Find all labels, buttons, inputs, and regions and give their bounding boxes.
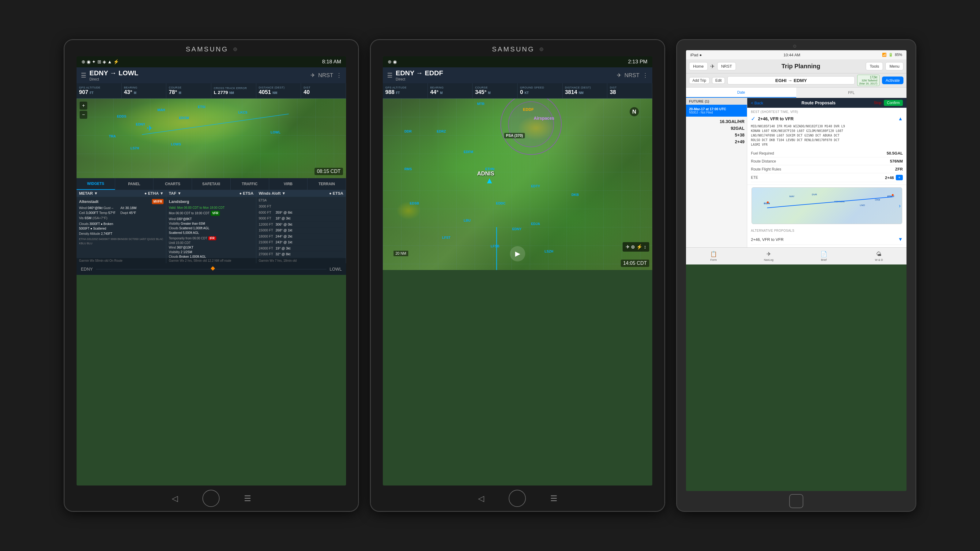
route-option-label[interactable]: 2+46, VFR to VFR: [758, 116, 794, 121]
recent-button[interactable]: ☰: [244, 494, 251, 503]
home-button[interactable]: [202, 490, 220, 507]
tailwind-badge: 172kt 32kt Tailwind (Mar 20, 2017): [857, 75, 880, 86]
ete-label: ETE: [751, 175, 885, 180]
nrst-button-2[interactable]: NRST: [624, 72, 640, 79]
winds-table: 3000 FT 6000 FT 359° @ 6kt 9000 FT 18° @…: [259, 203, 343, 258]
ipad-brand: [677, 40, 916, 50]
route-display: EGHI → EDMY: [727, 76, 854, 84]
mini-dot-end: [892, 194, 894, 196]
airport-ddr: DDR: [404, 130, 412, 133]
camera-dot: [233, 48, 237, 51]
stop-btn[interactable]: Stop: [874, 101, 881, 105]
bottom-panel-1: METAR ▼ ● ETHA ▼ Altenstadt MVFR Wind 04…: [76, 190, 346, 263]
confirm-btn[interactable]: Confirm: [884, 100, 903, 106]
tab-traffic[interactable]: TRAFFIC: [231, 178, 269, 190]
plane-icon-ipad: ✈: [710, 63, 715, 70]
map-area-1[interactable]: EDDS ETSI EDNY LKCS LOWL LOWS EDCM MAH T…: [76, 98, 346, 178]
home-nav-btn[interactable]: Home: [689, 62, 708, 70]
menu-icon[interactable]: ☰: [81, 71, 86, 79]
map-controls[interactable]: + −: [80, 102, 87, 119]
metar-station: ● ETHA ▼: [144, 191, 164, 195]
rp-nav-bar: < Back Route Proposals Stop Confirm: [747, 98, 907, 108]
ipad-screen: iPad ● 10:44 AM 📶 🔋 85% Home ✈ NRST Trip…: [686, 50, 907, 491]
map-time-2: 14:05 CDT: [621, 260, 649, 267]
airport-edty: EDTY: [531, 184, 540, 188]
ipad-bottom-toolbar: 📋 Form ✈ NavLog 📄 Brief 🌤 W & D: [686, 247, 907, 265]
back-button-2[interactable]: ◁: [478, 494, 484, 503]
tablet2-bottom: ◁ ☰: [371, 486, 665, 511]
nav-route-2: EDNY → EDDF: [396, 69, 614, 77]
toolbar-brief[interactable]: 📄 Brief: [796, 248, 851, 265]
add-trip-btn[interactable]: Add Trip: [689, 77, 710, 84]
ifr-badge: IFR: [208, 236, 216, 240]
play-button[interactable]: ▶: [510, 246, 525, 261]
more-icon-2[interactable]: ⋮: [643, 72, 648, 79]
map-grid: [76, 98, 346, 178]
alt-item-1[interactable]: 2+46, VFR to VFR ▼: [751, 234, 903, 245]
nav-route-container: EDNY → LOWL Direct: [89, 69, 307, 81]
tools-nav-btn[interactable]: Tools: [866, 62, 883, 70]
airport-eddc: EDDC: [496, 202, 506, 205]
tab-widgets[interactable]: WIDGETS: [76, 178, 115, 190]
aircraft-icon: ✈: [147, 124, 153, 133]
tablet1-nav: ☰ EDNY → LOWL Direct ✈ NRST ⋮: [76, 67, 346, 83]
toolbar-navlog[interactable]: ✈ NavLog: [741, 248, 796, 265]
add-ete-btn[interactable]: +: [896, 175, 903, 180]
brief-icon: 📄: [821, 251, 827, 257]
winds-footer: Garmin Wx 7 hrs, 18min old: [256, 258, 346, 263]
edit-btn[interactable]: Edit: [712, 77, 725, 84]
tab-terrain[interactable]: TERRAIN: [307, 178, 346, 190]
route-proposals-main: < Back Route Proposals Stop Confirm BEST…: [747, 98, 907, 247]
home-button-2[interactable]: [509, 490, 526, 507]
tab-panel[interactable]: PANEL: [115, 178, 154, 190]
map-area-2[interactable]: EDDF MTR DDR EDRZ EDFM ETHN EDTY DKB EDD…: [383, 98, 652, 270]
zoom-out-icon[interactable]: −: [80, 111, 87, 119]
airport-eddf: EDDF: [523, 107, 534, 112]
rules-value: ZFR: [895, 167, 903, 171]
recent-button-2[interactable]: ☰: [550, 494, 557, 503]
airport-tra: TRA: [109, 134, 116, 138]
expand-icon[interactable]: ▲: [898, 116, 903, 122]
tablet2-brand: SAMSUNG: [371, 40, 665, 56]
ipad-home-button[interactable]: [789, 494, 803, 508]
tab-charts[interactable]: CHARTS: [153, 178, 192, 190]
map-controls-2[interactable]: ✈ ⊕ ⚡ ↕: [623, 242, 649, 252]
tab-ffl[interactable]: FFL: [796, 87, 907, 98]
toolbar-wd[interactable]: 🌤 W & D: [851, 248, 907, 265]
tab-safetaxi[interactable]: SAFETAXI: [192, 178, 231, 190]
back-btn-rp[interactable]: < Back: [751, 101, 763, 105]
check-icon: ✓: [751, 115, 756, 122]
expand-map-btn[interactable]: ›: [899, 203, 901, 209]
route-stats: Fuel Required 50.5GAL Route Distance 576…: [751, 149, 903, 182]
mini-map-bg: [752, 187, 902, 224]
tablet1-screen: ⊕ ◉ ✦ ⊞ ◈ ▲ ⚡ 8:18 AM ☰ EDNY → LOWL Dire…: [76, 56, 346, 486]
menu-nav-btn[interactable]: Menu: [885, 62, 904, 70]
back-button[interactable]: ◁: [172, 494, 178, 503]
more-icon[interactable]: ⋮: [336, 72, 342, 79]
wd-icon: 🌤: [876, 251, 882, 257]
nrst-button[interactable]: NRST: [318, 72, 333, 79]
ipad-top-nav: Home ✈ NRST Trip Planning Tools Menu: [686, 59, 907, 73]
airport-lows: LOWS: [171, 142, 181, 146]
tab-virb[interactable]: VIRB: [269, 178, 308, 190]
rules-row: Route Flight Rules ZFR: [751, 165, 903, 173]
route-line-2: [496, 227, 497, 270]
route-option-row: ✓ 2+46, VFR to VFR ▲: [751, 115, 903, 122]
tablet2-screen: ⊕ ◉ 2:13 PM ☰ EDNY → EDDF Direct ✈ NRST …: [383, 56, 652, 486]
menu-icon-2[interactable]: ☰: [387, 71, 393, 79]
tab-date[interactable]: Date: [686, 87, 796, 98]
nrst-nav-btn[interactable]: NRST: [717, 62, 736, 70]
activate-btn[interactable]: Activate: [882, 76, 904, 84]
taf-label: TAF ▼: [169, 191, 181, 195]
zoom-in-icon[interactable]: +: [80, 102, 87, 110]
toolbar-form[interactable]: 📋 Form: [686, 248, 741, 265]
ipad-home-area: [789, 491, 803, 511]
trip-item-selected[interactable]: 20-Mar-17 at 17:00 UTC N500J - Not Filed: [686, 105, 747, 117]
form-icon: 📋: [710, 251, 717, 257]
tablet2-nav: ☰ EDNY → EDDF Direct ✈ NRST ⋮: [383, 67, 652, 83]
airspaces-label: Airspaces: [534, 116, 554, 121]
compass-n: N: [630, 107, 639, 116]
vfr-badge: VFR: [211, 211, 220, 216]
zoom-controls-area[interactable]: ✈ ⊕ ⚡ ↕: [623, 242, 649, 252]
mini-okb: OKB: [875, 198, 880, 201]
